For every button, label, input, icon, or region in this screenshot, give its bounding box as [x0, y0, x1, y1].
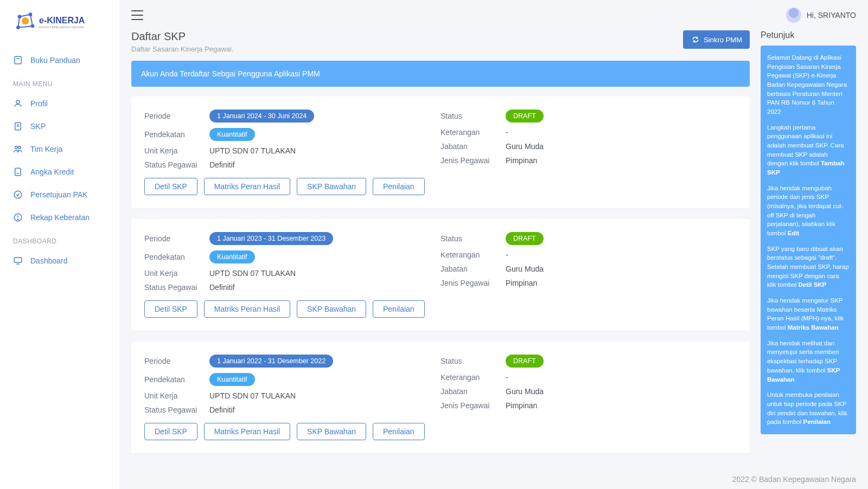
- users-icon: [13, 144, 23, 154]
- jabatan-value: Guru Muda: [506, 265, 737, 273]
- matriks-peran-hasil-button[interactable]: Matriks Peran Hasil: [204, 178, 290, 195]
- label-status-pegawai: Status Pegawai: [144, 283, 209, 292]
- page-subtitle: Daftar Sasaran Kinerja Pegawai.: [131, 45, 234, 53]
- label-jabatan: Jabatan: [441, 387, 506, 396]
- pendekatan-pill: Kuantitatif: [209, 128, 255, 141]
- label-status-pegawai: Status Pegawai: [144, 160, 209, 169]
- label-periode: Periode: [144, 357, 209, 365]
- label-unit-kerja: Unit Kerja: [144, 269, 209, 278]
- status-pill: DRAFT: [506, 110, 544, 123]
- nav-persetujuan-pak[interactable]: Persetujuan PAK: [0, 183, 119, 206]
- document-icon: [13, 121, 23, 131]
- nav-angka-kredit[interactable]: Angka Kredit: [0, 160, 119, 183]
- check-circle-icon: [13, 190, 23, 200]
- periode-pill: 1 Januari 2023 - 31 Desember 2023: [209, 232, 333, 245]
- matriks-peran-hasil-button[interactable]: Matriks Peran Hasil: [204, 300, 290, 318]
- pendekatan-pill: Kuantitatif: [209, 250, 255, 263]
- skp-bawahan-button[interactable]: SKP Bawahan: [297, 300, 366, 318]
- nav-profil[interactable]: Profil: [0, 92, 119, 115]
- svg-point-14: [18, 146, 21, 149]
- label-jenis-pegawai: Jenis Pegawai: [441, 401, 506, 410]
- nav-label: Dashboard: [30, 256, 68, 265]
- refresh-icon: [691, 35, 700, 44]
- avatar-icon: [786, 8, 801, 23]
- skp-card: Periode 1 Januari 2024 - 30 Juni 2024 Pe…: [131, 96, 750, 208]
- sinkro-pmm-button[interactable]: Sinkro PMM: [683, 30, 750, 49]
- label-pendekatan: Pendekatan: [144, 375, 209, 384]
- nav-label: Profil: [30, 99, 48, 108]
- skp-bawahan-button[interactable]: SKP Bawahan: [297, 423, 366, 440]
- periode-pill: 1 Januari 2022 - 31 Desember 2022: [209, 355, 333, 368]
- status-pill: DRAFT: [506, 355, 544, 368]
- label-jenis-pegawai: Jenis Pegawai: [441, 279, 506, 287]
- keterangan-value: -: [506, 373, 737, 382]
- matriks-peran-hasil-button[interactable]: Matriks Peran Hasil: [204, 423, 290, 440]
- penilaian-button[interactable]: Penilaian: [373, 300, 425, 318]
- penilaian-button[interactable]: Penilaian: [373, 423, 425, 440]
- label-pendekatan: Pendekatan: [144, 130, 209, 139]
- sidebar: e-KINERJA BADAN KEPEGAWAIAN NEGARA Buku …: [0, 0, 119, 489]
- svg-point-4: [22, 17, 29, 24]
- user-icon: [13, 99, 23, 108]
- user-greeting: Hi, SRIYANTO: [807, 11, 856, 20]
- jenis-pegawai-value: Pimpinan: [506, 401, 737, 410]
- svg-point-17: [14, 191, 22, 198]
- label-status-pegawai: Status Pegawai: [144, 406, 209, 414]
- jabatan-value: Guru Muda: [506, 387, 737, 396]
- app-logo: e-KINERJA BADAN KEPEGAWAIAN NEGARA: [0, 11, 119, 49]
- label-keterangan: Keterangan: [441, 373, 506, 382]
- label-status: Status: [441, 112, 506, 120]
- nav-label: Rekap Keberatan: [30, 213, 90, 222]
- skp-bawahan-button[interactable]: SKP Bawahan: [297, 178, 366, 195]
- label-unit-kerja: Unit Kerja: [144, 391, 209, 400]
- label-pendekatan: Pendekatan: [144, 253, 209, 261]
- alert-icon: [13, 213, 23, 222]
- svg-rect-21: [14, 258, 22, 262]
- nav-skp[interactable]: SKP: [0, 115, 119, 138]
- detil-skp-button[interactable]: Detil SKP: [144, 178, 197, 195]
- svg-text:e-KINERJA: e-KINERJA: [39, 16, 85, 25]
- footer-copyright: 2022 © Badan Kepegawaian Negara: [119, 464, 868, 489]
- periode-pill: 1 Januari 2024 - 30 Juni 2024: [209, 110, 314, 123]
- petunjuk-title: Petunjuk: [761, 30, 856, 40]
- nav-label: SKP: [30, 122, 46, 131]
- nav-label: Tim Kerja: [30, 145, 62, 153]
- label-periode: Periode: [144, 112, 209, 120]
- svg-rect-7: [15, 56, 21, 64]
- nav-tim-kerja[interactable]: Tim Kerja: [0, 138, 119, 160]
- penilaian-button[interactable]: Penilaian: [373, 178, 425, 195]
- main: Hi, SRIYANTO Daftar SKP Daftar Sasaran K…: [119, 0, 868, 489]
- status-pegawai-value: Definitif: [209, 283, 441, 292]
- detil-skp-button[interactable]: Detil SKP: [144, 423, 197, 440]
- nav-label: Persetujuan PAK: [30, 190, 88, 199]
- jabatan-value: Guru Muda: [506, 142, 737, 151]
- status-pill: DRAFT: [506, 232, 544, 245]
- unit-kerja-value: UPTD SDN 07 TULAKAN: [209, 146, 441, 155]
- nav-buku-panduan[interactable]: Buku Panduan: [0, 49, 119, 72]
- label-periode: Periode: [144, 234, 209, 243]
- pmm-alert: Akun Anda Terdaftar Sebgai Pengguna Apli…: [131, 61, 750, 87]
- nav-rekap-keberatan[interactable]: Rekap Keberatan: [0, 206, 119, 229]
- petunjuk-panel: Selamat Datang di Aplikasi Pengisian Sas…: [761, 46, 856, 434]
- detil-skp-button[interactable]: Detil SKP: [144, 300, 197, 318]
- nav-dashboard[interactable]: Dashboard: [0, 249, 119, 272]
- svg-rect-15: [15, 168, 21, 176]
- label-jenis-pegawai: Jenis Pegawai: [441, 156, 506, 165]
- label-jabatan: Jabatan: [441, 142, 506, 151]
- svg-text:BADAN KEPEGAWAIAN NEGARA: BADAN KEPEGAWAIAN NEGARA: [39, 25, 84, 29]
- user-menu[interactable]: Hi, SRIYANTO: [786, 8, 856, 23]
- svg-point-13: [15, 146, 18, 149]
- jenis-pegawai-value: Pimpinan: [506, 156, 737, 165]
- topbar: Hi, SRIYANTO: [119, 0, 868, 30]
- menu-toggle[interactable]: [131, 10, 143, 20]
- nav-section-main: MAIN MENU: [0, 72, 119, 92]
- page-title: Daftar SKP: [131, 30, 234, 43]
- status-pegawai-value: Definitif: [209, 160, 441, 169]
- nav-label: Angka Kredit: [30, 168, 74, 176]
- nav-label: Buku Panduan: [30, 56, 80, 65]
- label-keterangan: Keterangan: [441, 250, 506, 259]
- label-status: Status: [441, 357, 506, 365]
- svg-point-20: [17, 219, 18, 220]
- keterangan-value: -: [506, 128, 737, 137]
- unit-kerja-value: UPTD SDN 07 TULAKAN: [209, 391, 441, 400]
